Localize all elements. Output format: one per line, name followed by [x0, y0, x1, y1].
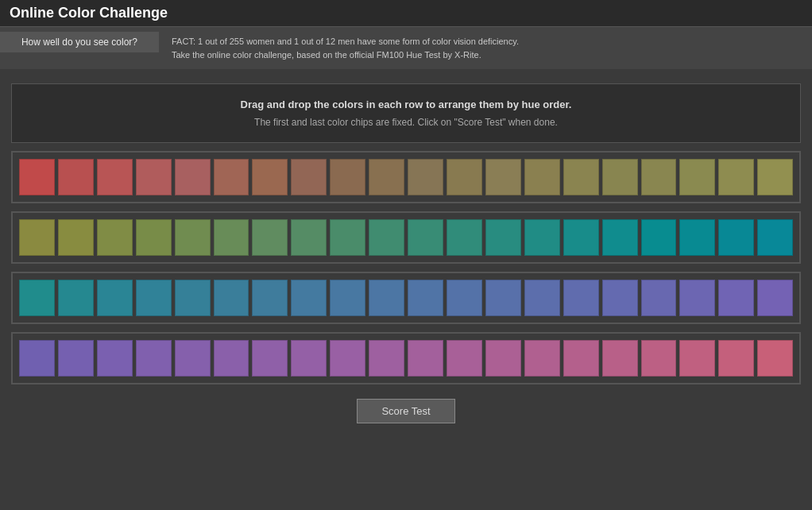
- color-chip-r2-c11[interactable]: [408, 219, 443, 256]
- score-button-container: Score Test: [0, 399, 812, 423]
- color-chip-r3-c9[interactable]: [330, 280, 365, 316]
- color-chip-r4-c3[interactable]: [97, 340, 133, 377]
- color-chip-r1-c15[interactable]: [563, 159, 599, 195]
- color-chip-r4-c13[interactable]: [485, 340, 521, 377]
- color-chip-r3-c18[interactable]: [679, 280, 715, 316]
- color-chip-r4-c19[interactable]: [718, 340, 754, 377]
- color-chip-r2-c14[interactable]: [524, 219, 560, 256]
- score-test-button[interactable]: Score Test: [357, 399, 454, 423]
- fact-text: FACT: 1 out of 255 women and 1 out of 12…: [159, 32, 532, 64]
- color-chip-r3-c12[interactable]: [447, 280, 482, 316]
- color-chip-r3-c16[interactable]: [602, 280, 638, 316]
- color-chip-r2-c5[interactable]: [175, 219, 211, 256]
- color-chip-r4-c14[interactable]: [524, 340, 560, 377]
- color-chip-r2-c1: [19, 219, 55, 256]
- instructions-box: Drag and drop the colors in each row to …: [11, 83, 801, 143]
- color-chip-r4-c18[interactable]: [679, 340, 715, 377]
- subheader: How well do you see color? FACT: 1 out o…: [0, 27, 812, 69]
- color-chip-r4-c8[interactable]: [291, 340, 327, 377]
- color-chip-r2-c4[interactable]: [136, 219, 172, 256]
- color-chip-r1-c16[interactable]: [602, 159, 638, 195]
- color-chip-r1-c3[interactable]: [97, 159, 133, 195]
- color-chip-r3-c15[interactable]: [563, 280, 599, 316]
- color-chip-r4-c2[interactable]: [58, 340, 94, 377]
- color-chip-r4-c7[interactable]: [252, 340, 288, 377]
- color-row-3: [11, 272, 801, 324]
- color-chip-r3-c4[interactable]: [136, 280, 172, 316]
- color-chip-r3-c7[interactable]: [252, 280, 288, 316]
- color-chip-r4-c1: [19, 340, 55, 377]
- color-chip-r2-c9[interactable]: [330, 219, 365, 256]
- color-chip-r2-c10[interactable]: [369, 219, 404, 256]
- color-chip-r1-c17[interactable]: [641, 159, 677, 195]
- color-chip-r1-c11[interactable]: [408, 159, 443, 195]
- color-chip-r1-c13[interactable]: [485, 159, 521, 195]
- instruction-line2: The first and last color chips are fixed…: [28, 117, 784, 128]
- color-chip-r1-c9[interactable]: [330, 159, 365, 195]
- color-chip-r2-c12[interactable]: [447, 219, 482, 256]
- color-chip-r1-c8[interactable]: [291, 159, 327, 195]
- color-chip-r1-c1: [19, 159, 55, 195]
- fact-content: FACT: 1 out of 255 women and 1 out of 12…: [172, 37, 519, 60]
- color-chip-r3-c5[interactable]: [175, 280, 211, 316]
- instruction-line1: Drag and drop the colors in each row to …: [28, 99, 784, 110]
- color-chip-r3-c2[interactable]: [58, 280, 94, 316]
- subheader-label: How well do you see color?: [0, 32, 159, 52]
- color-chip-r1-c7[interactable]: [252, 159, 288, 195]
- color-chip-r3-c8[interactable]: [291, 280, 327, 316]
- color-chip-r2-c17[interactable]: [641, 219, 677, 256]
- page-title: Online Color Challenge: [10, 5, 802, 21]
- color-chip-r1-c18[interactable]: [679, 159, 715, 195]
- color-chip-r2-c18[interactable]: [679, 219, 715, 256]
- color-chip-r4-c9[interactable]: [330, 340, 365, 377]
- color-chip-r3-c14[interactable]: [524, 280, 560, 316]
- color-chip-r4-c11[interactable]: [408, 340, 443, 377]
- color-chip-r3-c3[interactable]: [97, 280, 133, 316]
- color-chip-r2-c7[interactable]: [252, 219, 288, 256]
- color-chip-r2-c15[interactable]: [563, 219, 599, 256]
- color-chip-r3-c19[interactable]: [718, 280, 754, 316]
- color-chip-r1-c6[interactable]: [214, 159, 249, 195]
- color-row-2: [11, 211, 801, 264]
- color-chip-r3-c13[interactable]: [485, 280, 521, 316]
- color-chip-r3-c17[interactable]: [641, 280, 677, 316]
- color-chip-r4-c16[interactable]: [602, 340, 638, 377]
- color-chip-r1-c5[interactable]: [175, 159, 211, 195]
- color-chip-r3-c6[interactable]: [214, 280, 249, 316]
- color-chip-r1-c10[interactable]: [369, 159, 404, 195]
- color-chip-r2-c19[interactable]: [718, 219, 754, 256]
- color-chip-r4-c4[interactable]: [136, 340, 172, 377]
- color-chip-r2-c3[interactable]: [97, 219, 133, 256]
- color-chip-r1-c2[interactable]: [58, 159, 94, 195]
- color-chip-r4-c17[interactable]: [641, 340, 677, 377]
- color-chip-r1-c12[interactable]: [447, 159, 482, 195]
- color-chip-r4-c12[interactable]: [447, 340, 482, 377]
- color-chip-r2-c2[interactable]: [58, 219, 94, 256]
- color-chip-r4-c20: [757, 340, 793, 377]
- color-chip-r2-c16[interactable]: [602, 219, 638, 256]
- color-rows-container: [0, 151, 812, 384]
- color-chip-r4-c15[interactable]: [563, 340, 599, 377]
- color-chip-r1-c19[interactable]: [718, 159, 754, 195]
- color-chip-r3-c10[interactable]: [369, 280, 404, 316]
- color-chip-r4-c5[interactable]: [175, 340, 211, 377]
- color-chip-r3-c1: [19, 280, 55, 316]
- color-chip-r2-c13[interactable]: [485, 219, 521, 256]
- color-chip-r1-c20: [757, 159, 793, 195]
- color-chip-r3-c20: [757, 280, 793, 316]
- color-row-1: [11, 151, 801, 203]
- color-chip-r3-c11[interactable]: [408, 280, 443, 316]
- color-chip-r4-c10[interactable]: [369, 340, 404, 377]
- color-row-4: [11, 332, 801, 384]
- page-header: Online Color Challenge: [0, 0, 812, 27]
- color-chip-r2-c6[interactable]: [214, 219, 249, 256]
- color-chip-r4-c6[interactable]: [214, 340, 249, 377]
- color-chip-r2-c20: [757, 219, 793, 256]
- color-chip-r1-c14[interactable]: [524, 159, 560, 195]
- color-chip-r2-c8[interactable]: [291, 219, 327, 256]
- color-chip-r1-c4[interactable]: [136, 159, 172, 195]
